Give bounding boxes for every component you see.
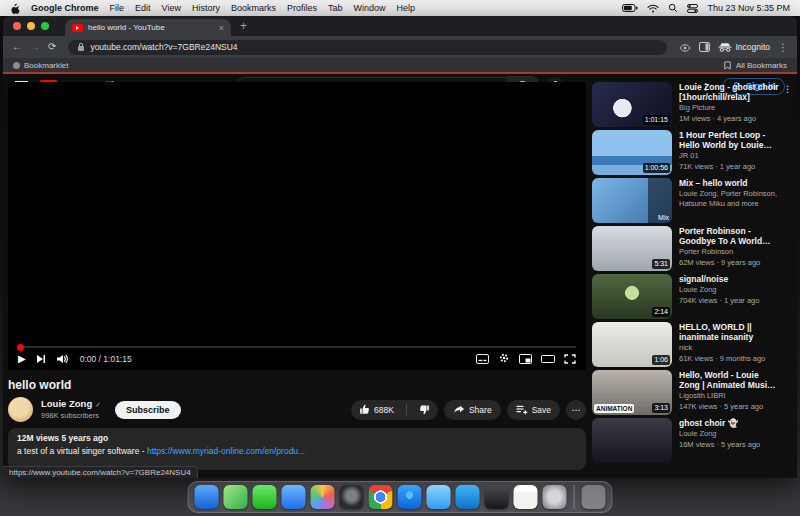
related-video[interactable]: 2:14 signal/noise Louie Zong 704K views … bbox=[592, 274, 793, 319]
menu-bookmarks[interactable]: Bookmarks bbox=[231, 3, 276, 13]
related-mix[interactable]: Mix Mix – hello world Louie Zong, Porter… bbox=[592, 178, 793, 223]
control-center-icon[interactable] bbox=[687, 4, 698, 13]
wifi-icon[interactable] bbox=[647, 4, 659, 13]
dock-icon-photos[interactable] bbox=[311, 485, 335, 509]
window-controls bbox=[13, 22, 49, 30]
site-info-icon[interactable] bbox=[77, 38, 85, 56]
dock-icon-chrome[interactable] bbox=[369, 485, 393, 509]
side-panel-icon[interactable] bbox=[699, 38, 710, 56]
chrome-menu-icon[interactable]: ⋮ bbox=[778, 42, 788, 53]
new-tab-button[interactable]: + bbox=[240, 19, 247, 33]
save-button[interactable]: Save bbox=[507, 400, 560, 420]
video-thumbnail[interactable]: 1:06 bbox=[592, 322, 672, 367]
menu-edit[interactable]: Edit bbox=[135, 3, 151, 13]
desktop: Google Chrome File Edit View History Boo… bbox=[0, 0, 800, 516]
more-actions-icon[interactable]: ⋯ bbox=[566, 400, 586, 420]
video-thumbnail[interactable]: 1:01:15 bbox=[592, 82, 672, 127]
address-bar[interactable]: youtube.com/watch?v=7GBRe24NSU4 bbox=[68, 40, 666, 55]
dock-icon-notes[interactable] bbox=[514, 485, 538, 509]
window-zoom-button[interactable] bbox=[41, 22, 49, 30]
subscribe-button[interactable]: Subscribe bbox=[115, 401, 181, 419]
volume-icon[interactable] bbox=[56, 350, 70, 368]
related-video[interactable]: 1:06 HELLO, WORLD || inanimate insanity … bbox=[592, 322, 793, 367]
related-videos-sidebar: 1:01:15 Louie Zong - ghost choir [1hour/… bbox=[592, 82, 793, 466]
related-video[interactable]: ghost choir 👻 Louie Zong 16M views · 5 y… bbox=[592, 418, 793, 463]
dock-icon-photo-booth[interactable] bbox=[340, 485, 364, 509]
thumb-down-icon bbox=[419, 404, 430, 415]
chrome-toolbar: ← → ⟳ youtube.com/watch?v=7GBRe24NSU4 In… bbox=[3, 36, 797, 58]
all-bookmarks-button[interactable]: All Bookmarks bbox=[723, 61, 787, 70]
related-video[interactable]: 5:31 Porter Robinson - Goodbye To A Worl… bbox=[592, 226, 793, 271]
menu-profiles[interactable]: Profiles bbox=[287, 3, 317, 13]
password-eye-icon[interactable] bbox=[679, 38, 691, 56]
menu-help[interactable]: Help bbox=[396, 3, 415, 13]
dock-icon-settings[interactable] bbox=[543, 485, 567, 509]
video-thumbnail[interactable]: 1:00:56 bbox=[592, 130, 672, 175]
channel-row: Louie Zong ✓ 998K subscribers Subscribe … bbox=[8, 397, 586, 422]
related-video[interactable]: 1:01:15 Louie Zong - ghost choir [1hour/… bbox=[592, 82, 793, 127]
video-thumbnail[interactable]: ANIMATION 3:13 bbox=[592, 370, 672, 415]
address-bar-url: youtube.com/watch?v=7GBRe24NSU4 bbox=[90, 42, 237, 52]
related-channel: Louie Zong, Porter Robinson, Hatsune Mik… bbox=[679, 189, 780, 208]
menu-tab[interactable]: Tab bbox=[328, 3, 343, 13]
related-channel: Louie Zong bbox=[679, 285, 780, 294]
next-button[interactable] bbox=[36, 350, 46, 368]
menu-app-name[interactable]: Google Chrome bbox=[31, 3, 99, 13]
item-menu-icon[interactable]: ⋮ bbox=[783, 84, 792, 94]
miniplayer-icon[interactable] bbox=[519, 350, 532, 368]
dock-icon-trash[interactable] bbox=[582, 485, 606, 509]
back-button[interactable]: ← bbox=[12, 42, 22, 52]
related-channel: JR 01 bbox=[679, 151, 780, 160]
forward-button[interactable]: → bbox=[30, 42, 40, 52]
related-video[interactable]: 1:00:56 1 Hour Perfect Loop - Hello Worl… bbox=[592, 130, 793, 175]
dock-icon-safari[interactable] bbox=[398, 485, 422, 509]
related-channel: Porter Robinson bbox=[679, 247, 780, 256]
window-minimize-button[interactable] bbox=[27, 22, 35, 30]
duration-badge: 3:13 bbox=[652, 403, 670, 413]
theater-mode-icon[interactable] bbox=[541, 350, 555, 368]
related-video[interactable]: ANIMATION 3:13 Hello, World - Louie Zong… bbox=[592, 370, 793, 415]
channel-name[interactable]: Louie Zong bbox=[41, 399, 92, 409]
dock-icon-vscode[interactable] bbox=[456, 485, 480, 509]
apple-menu-icon[interactable] bbox=[10, 3, 20, 14]
dock-icon-terminal[interactable] bbox=[485, 485, 509, 509]
related-meta: 1M views · 4 years ago bbox=[679, 114, 780, 123]
related-meta: 71K views · 1 year ago bbox=[679, 162, 780, 171]
video-thumbnail[interactable]: 2:14 bbox=[592, 274, 672, 319]
spotlight-search-icon[interactable] bbox=[668, 3, 678, 13]
menu-history[interactable]: History bbox=[192, 3, 220, 13]
toolbar-icons: Incognito ⋮ bbox=[679, 38, 789, 56]
dock-icon-messages[interactable] bbox=[253, 485, 277, 509]
share-button[interactable]: Share bbox=[444, 400, 501, 420]
mix-thumbnail[interactable]: Mix bbox=[592, 178, 672, 223]
bookmark-item[interactable]: Bookmarklet bbox=[13, 61, 68, 70]
video-thumbnail[interactable] bbox=[592, 418, 672, 463]
fullscreen-icon[interactable] bbox=[564, 350, 576, 368]
battery-icon[interactable] bbox=[622, 4, 638, 12]
window-close-button[interactable] bbox=[13, 22, 21, 30]
subtitles-icon[interactable] bbox=[476, 350, 489, 368]
reload-button[interactable]: ⟳ bbox=[48, 42, 56, 52]
browser-tab[interactable]: hello world - YouTube × bbox=[65, 19, 231, 36]
menu-file[interactable]: File bbox=[110, 3, 125, 13]
like-button[interactable]: 688K bbox=[351, 400, 402, 420]
tab-close-icon[interactable]: × bbox=[219, 23, 224, 33]
dock-icon-facetime[interactable] bbox=[427, 485, 451, 509]
play-button[interactable]: ▶ bbox=[18, 354, 26, 364]
settings-gear-icon[interactable] bbox=[498, 350, 510, 368]
description-box[interactable]: 12M views 5 years ago a test of a virtua… bbox=[8, 428, 586, 470]
dock-icon-finder[interactable] bbox=[195, 485, 219, 509]
menu-view[interactable]: View bbox=[162, 3, 181, 13]
channel-avatar[interactable] bbox=[8, 397, 33, 422]
description-link[interactable]: https://www.myriad-online.com/en/produ..… bbox=[147, 446, 305, 456]
mix-badge: Mix bbox=[658, 214, 669, 221]
video-player[interactable]: ▶ 0:00 / 1:01:15 bbox=[8, 82, 586, 370]
dock-icon-mail[interactable] bbox=[282, 485, 306, 509]
dislike-button[interactable] bbox=[411, 400, 438, 420]
video-thumbnail[interactable]: 5:31 bbox=[592, 226, 672, 271]
menubar-clock[interactable]: Thu 23 Nov 5:35 PM bbox=[707, 3, 790, 13]
dock-icon-maps[interactable] bbox=[224, 485, 248, 509]
related-channel: Louie Zong bbox=[679, 429, 780, 438]
dock-separator bbox=[574, 485, 575, 509]
menu-window[interactable]: Window bbox=[353, 3, 385, 13]
